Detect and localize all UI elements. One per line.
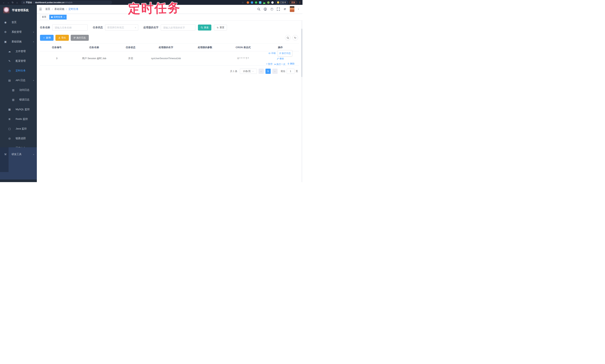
collapse-sidebar-icon[interactable]: ☰ (39, 7, 42, 11)
browser-back-icon[interactable]: ← (1, 1, 6, 4)
bookmark-star-icon[interactable]: ☆ (240, 1, 245, 4)
address-bar[interactable]: ⚠ 不安全 | dashboard.yudao.iocoder.cn /infr… (21, 0, 112, 4)
next-page-button[interactable]: › (272, 69, 277, 74)
header-actions: ? tT ▼ (257, 6, 299, 12)
user-avatar[interactable] (290, 6, 294, 12)
scrollbar-thumb[interactable] (301, 29, 302, 77)
app-header: ☰ 首页 / 基础设施 / 定时任务 ? (37, 5, 302, 13)
extension-icon-lightblue[interactable] (259, 1, 261, 4)
api-log-icon: ▤ (8, 79, 11, 82)
browser-menu-icon[interactable]: ⋮ (299, 1, 301, 4)
app-logo-avatar (3, 7, 10, 13)
extension-icon-proxy[interactable]: on (263, 1, 265, 4)
breadcrumb-home[interactable]: 首页 (45, 7, 50, 11)
pause-link[interactable]: × 暂停 (266, 62, 273, 66)
toggle-search-icon-button[interactable] (285, 35, 290, 40)
sidebar-item-api-log[interactable]: ▤ API 日志 ∧ (0, 76, 37, 85)
reset-button[interactable]: ↻ 重置 (214, 25, 227, 30)
app-logo-row[interactable]: 芋道管理系统 (0, 5, 37, 16)
chevron-down-icon: ∨ (33, 154, 34, 155)
goto-page: 前往 页 (281, 69, 298, 74)
task-status-select[interactable]: 请选择任务状态 ∨ (105, 24, 138, 31)
user-menu-caret-icon[interactable]: ▼ (298, 8, 299, 10)
browser-forward-icon[interactable]: → (6, 1, 10, 4)
chevron-down-icon: ∨ (33, 31, 34, 33)
breadcrumb-infrastructure[interactable]: 基础设施 (54, 7, 64, 11)
main-area: ☰ 首页 / 基础设施 / 定时任务 ? (37, 5, 302, 182)
browser-update-button[interactable]: 更新 (289, 1, 297, 4)
add-button[interactable]: ＋ 新增 (40, 35, 53, 41)
detail-link[interactable]: 详细 (268, 51, 276, 56)
select-arrow-icon: ∨ (252, 70, 254, 72)
page-size-select[interactable]: 10条/页 ∨ (240, 69, 257, 74)
row-exec-log-link[interactable]: 执行日志 (278, 50, 292, 56)
search-icon[interactable] (257, 7, 261, 11)
sidebar-item-dev-tools[interactable]: ⚒ 研发工具 ∨ (0, 150, 37, 159)
sidebar-item-redis-monitor[interactable]: ≣ Redis 监控 (0, 114, 37, 124)
cell-task-id: 3 (40, 57, 74, 60)
filter-form: 任务名称 任务状态 请选择任务状态 ∨ 处理器的名字 搜索 ↻ (40, 24, 301, 31)
sidebar-item-home[interactable]: ◉ 首页 (0, 17, 37, 27)
app-title: 芋道管理系统 (12, 9, 29, 12)
col-handler-param: 处理器的参数 (185, 46, 224, 49)
table-header-row: 任务编号 任务名称 任务状态 处理器的名字 处理器的参数 CRON 表达式 操作 (40, 43, 299, 51)
java-monitor-icon: ▢ (8, 127, 11, 130)
cloud-upload-icon: ☁ (8, 50, 11, 53)
extension-icon-blue[interactable] (251, 1, 253, 4)
goto-page-input[interactable] (287, 69, 294, 74)
search-button[interactable]: 搜索 (198, 25, 211, 30)
close-tag-icon[interactable]: × (64, 16, 65, 18)
task-status-label: 任务状态 (93, 26, 103, 29)
run-once-link[interactable]: ▶ 执行一次 (275, 62, 285, 66)
chevron-up-icon: ∧ (33, 80, 34, 81)
sidebar-item-system-management[interactable]: ⚙ 系统管理 ∨ (0, 27, 37, 37)
tag-scheduled-tasks[interactable]: 定时任务 × (49, 15, 66, 20)
sidebar-item-scheduled-tasks[interactable]: ◷ 定时任务 (0, 66, 37, 76)
sidebar-item-trace[interactable]: ◎ 链路追踪 (0, 133, 37, 143)
table-row: 3 用户 Session 超时 Job 开启 sysUserSessionTim… (40, 51, 299, 65)
gear-icon: ⚙ (4, 30, 7, 33)
extension-icon-green-check[interactable]: ✓ (255, 1, 257, 4)
fullscreen-icon[interactable] (277, 7, 280, 11)
col-task-status: 任务状态 (115, 46, 146, 49)
total-count: 共 1 条 (230, 70, 237, 73)
sidebar-item-file-management[interactable]: ☁ 文件管理 (0, 47, 37, 56)
handler-name-label: 处理器的名字 (144, 26, 158, 29)
extension-icon-orange[interactable] (247, 1, 249, 4)
paused-extension-pill[interactable]: 已暂停 (275, 1, 288, 4)
breadcrumb-current: 定时任务 (68, 7, 79, 11)
breadcrumb: 首页 / 基础设施 / 定时任务 (45, 7, 79, 11)
sidebar-item-infrastructure[interactable]: ▣ 基础设施 ∧ (0, 37, 37, 47)
task-name-input[interactable] (52, 24, 88, 31)
refresh-table-button[interactable]: ↻ (292, 35, 298, 40)
browser-home-icon[interactable]: ⌂ (15, 1, 19, 4)
url-domain: dashboard.yudao.iocoder.cn (35, 1, 64, 3)
extension-icon-leaf[interactable] (267, 1, 270, 4)
sidebar-item-error-log[interactable]: ▥ 错误日志 (0, 95, 37, 104)
sidebar: 芋道管理系统 ◉ 首页 ⚙ 系统管理 ∨ ▣ 基础设施 ∧ ☁ 文件管理 ✎ (0, 5, 37, 182)
cell-task-name: 用户 Session 超时 Job (74, 57, 115, 60)
extension-icon-white[interactable] (271, 1, 274, 4)
document-icon: ▥ (12, 89, 15, 91)
exec-log-button[interactable]: 执行日志 (71, 35, 89, 41)
edit-link[interactable]: 修改 (277, 56, 284, 61)
github-icon[interactable] (264, 7, 267, 11)
select-arrow-icon: ∨ (135, 26, 136, 28)
delete-link[interactable]: 删除 (288, 61, 294, 66)
prev-page-button[interactable]: ‹ (259, 69, 264, 74)
sidebar-item-java-monitor[interactable]: ▢ Java 监控 (0, 124, 37, 133)
current-page-button[interactable]: 1 (265, 69, 271, 74)
sidebar-item-mysql-monitor[interactable]: ▦ MySQL 监控 (0, 104, 37, 114)
help-icon[interactable]: ? (270, 7, 274, 11)
scrollbar[interactable] (301, 5, 302, 182)
sidebar-item-access-log[interactable]: ▥ 访问日志 (0, 85, 37, 95)
edit-icon: ✎ (8, 60, 11, 63)
tag-home[interactable]: 首页 (40, 15, 48, 20)
browser-reload-icon[interactable]: ↻ (10, 1, 15, 4)
sidebar-bottom-section: ⚒ 研发工具 ∨ (0, 147, 37, 180)
export-button[interactable]: 导出 (55, 35, 69, 41)
sidebar-item-config-management[interactable]: ✎ 配置管理 (0, 56, 37, 66)
font-size-icon[interactable]: tT (283, 7, 287, 11)
handler-name-input[interactable] (161, 24, 195, 31)
redis-icon: ≣ (8, 117, 11, 120)
